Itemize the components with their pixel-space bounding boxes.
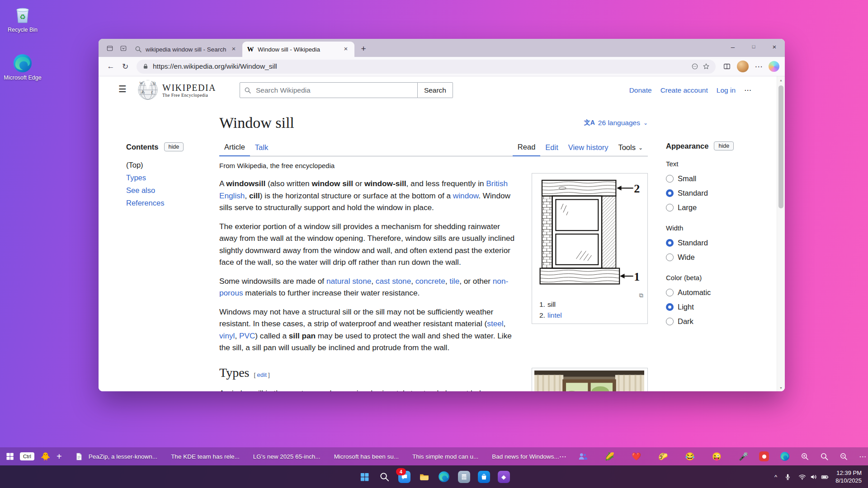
workspaces-icon[interactable] [104, 42, 116, 54]
search-button[interactable]: Search [418, 82, 453, 98]
desktop-icon-recycle-bin[interactable]: Recycle Bin [4, 5, 42, 34]
news-item[interactable]: PeaZip, a lesser-known... [89, 453, 157, 460]
address-bar[interactable]: https://en.wikipedia.org/wiki/Window_sil… [137, 60, 716, 74]
file-explorer-button[interactable] [415, 468, 433, 486]
appearance-hide-button[interactable]: hide [714, 141, 734, 150]
page-scrollbar[interactable]: ▲ ▼ [777, 76, 785, 391]
news-item[interactable]: Microsoft has been su... [334, 453, 399, 460]
tab-read[interactable]: Read [513, 143, 540, 156]
close-tab-icon[interactable]: × [230, 45, 238, 53]
languages-button[interactable]: 文A 26 languages ⌄ [584, 119, 648, 127]
taskbar-clock[interactable]: 12:39 PM 8/10/2025 [835, 469, 862, 484]
scroll-down-icon[interactable]: ▼ [777, 384, 785, 391]
start-button[interactable] [356, 468, 373, 486]
hidden-icons-chevron[interactable]: ^ [774, 474, 777, 480]
search-icon[interactable] [820, 452, 829, 461]
tab-tools[interactable]: Tools ⌄ [613, 143, 648, 156]
radio-icon[interactable] [666, 289, 674, 296]
news-item[interactable]: Bad news for Windows... [492, 453, 559, 460]
microphone-icon[interactable] [784, 473, 792, 481]
toc-item-top[interactable]: (Top) [126, 159, 201, 171]
store-app-button[interactable] [475, 468, 492, 486]
copilot-icon[interactable] [769, 61, 779, 72]
sill-diagram-figure[interactable]: 2 1 ⧉ 1.sill 2.lintel [532, 173, 648, 324]
chat-app-button[interactable]: 4 [396, 468, 413, 486]
tab-wikipedia[interactable]: W Window sill - Wikipedia × [242, 42, 354, 57]
create-account-link[interactable]: Create account [660, 86, 708, 94]
close-tab-icon[interactable]: × [342, 45, 350, 53]
scrollbar-thumb[interactable] [778, 85, 783, 208]
profile-avatar[interactable] [737, 61, 749, 72]
page-actions-icon[interactable] [691, 63, 698, 70]
joy-emoji-icon[interactable]: 😂 [685, 453, 694, 460]
close-window-button[interactable]: × [764, 39, 785, 54]
refresh-button[interactable]: ↻ [118, 60, 132, 73]
overflow-icon[interactable]: ⋯ [859, 452, 867, 461]
minimize-button[interactable]: – [722, 39, 743, 54]
maximize-button[interactable]: □ [743, 39, 764, 54]
news-item[interactable]: This simple mod can u... [412, 453, 478, 460]
radio-text-standard[interactable]: Standard [666, 186, 740, 200]
tab-search-results[interactable]: wikipedia window sill - Search × [130, 42, 242, 57]
calculator-app-button[interactable] [455, 468, 472, 486]
scroll-up-icon[interactable]: ▲ [777, 76, 785, 84]
heart-emoji-icon[interactable]: ❤️ [632, 453, 641, 460]
radio-width-standard[interactable]: Standard [666, 235, 740, 250]
news-item[interactable]: LG's new 2025 65-inch... [253, 453, 321, 460]
caption-lintel-link[interactable]: lintel [547, 311, 562, 319]
browser-menu-icon[interactable]: ⋯ [752, 60, 765, 73]
widgets-grid-icon[interactable] [5, 452, 14, 461]
expand-figure-icon[interactable]: ⧉ [535, 293, 643, 298]
tab-article[interactable]: Article [219, 143, 250, 156]
toc-item-references[interactable]: References [126, 197, 201, 209]
zoom-out-icon[interactable] [840, 452, 848, 461]
quick-settings[interactable] [798, 473, 829, 481]
add-button[interactable]: + [57, 451, 62, 462]
radio-icon[interactable] [666, 303, 674, 311]
zoom-in-icon[interactable] [801, 452, 809, 461]
tab-talk[interactable]: Talk [250, 143, 273, 156]
login-link[interactable]: Log in [717, 86, 736, 94]
toc-item-types[interactable]: Types [126, 171, 201, 184]
wikipedia-logo[interactable]: WIKIPEDIA The Free Encyclopedia [137, 80, 216, 100]
url-text[interactable]: https://en.wikipedia.org/wiki/Window_sil… [153, 62, 687, 70]
radio-icon[interactable] [666, 253, 674, 261]
tab-actions-icon[interactable] [118, 42, 129, 54]
edit-section-link[interactable]: edit [257, 371, 267, 378]
radio-width-wide[interactable]: Wide [666, 250, 740, 264]
more-news-icon[interactable]: ⋯ [559, 452, 567, 461]
chick-emoji-icon[interactable]: 🐥 [41, 453, 50, 460]
desktop-icon-edge[interactable]: Microsoft Edge [4, 53, 42, 82]
taskbar-search-button[interactable] [376, 468, 393, 486]
radio-text-large[interactable]: Large [666, 200, 740, 215]
split-screen-icon[interactable] [720, 60, 734, 73]
radio-icon[interactable] [666, 239, 674, 247]
radio-color-automatic[interactable]: Automatic [666, 285, 740, 300]
tab-edit[interactable]: Edit [540, 143, 563, 156]
teams-icon[interactable] [578, 451, 588, 461]
contents-hide-button[interactable]: hide [164, 142, 184, 151]
new-tab-button[interactable]: + [357, 42, 370, 55]
donate-link[interactable]: Donate [629, 86, 652, 94]
radio-color-light[interactable]: Light [666, 300, 740, 314]
tab-view-history[interactable]: View history [563, 143, 613, 156]
radio-color-dark[interactable]: Dark [666, 314, 740, 328]
window-photo-figure[interactable] [532, 368, 648, 392]
toc-item-see-also[interactable]: See also [126, 184, 201, 197]
radio-icon[interactable] [666, 189, 674, 197]
radio-icon[interactable] [666, 318, 674, 325]
news-item[interactable]: The KDE team has rele... [171, 453, 240, 460]
radio-icon[interactable] [666, 175, 674, 183]
edge-icon[interactable] [780, 451, 790, 461]
edge-taskbar-button[interactable] [435, 468, 453, 486]
purple-app-button[interactable]: ◆ [495, 468, 512, 486]
back-button[interactable]: ← [104, 60, 118, 73]
radio-icon[interactable] [666, 204, 674, 211]
search-input[interactable] [255, 86, 413, 95]
record-app-icon[interactable] [759, 451, 769, 461]
main-menu-icon[interactable]: ☰ [118, 84, 127, 94]
radio-text-small[interactable]: Small [666, 171, 740, 186]
microphone-emoji-icon[interactable]: 🎤 [739, 453, 748, 460]
taco-emoji-icon[interactable]: 🌮 [658, 453, 668, 460]
corn-emoji-icon[interactable]: 🌽 [605, 453, 614, 460]
